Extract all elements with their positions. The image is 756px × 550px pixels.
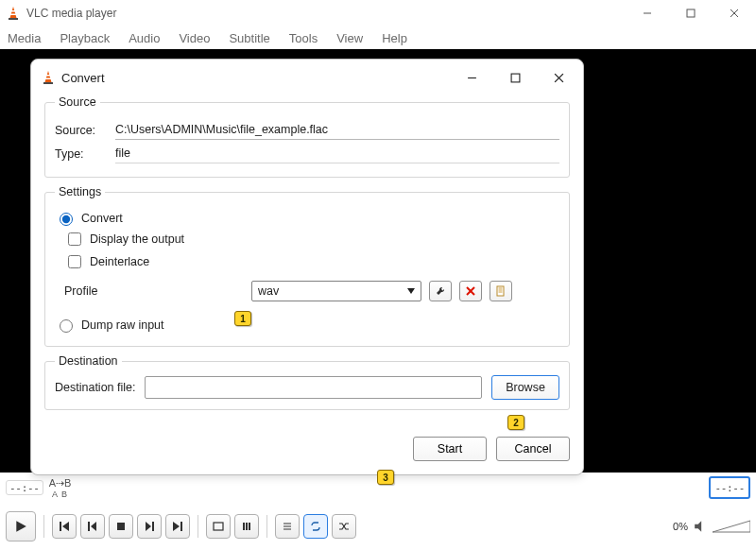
delete-profile-button[interactable] xyxy=(459,281,482,301)
next-button[interactable] xyxy=(137,514,162,539)
svg-marker-26 xyxy=(713,521,750,532)
main-titlebar: VLC media player xyxy=(0,0,756,26)
ext-settings-button[interactable] xyxy=(234,514,259,539)
destination-legend: Destination xyxy=(55,354,122,368)
cancel-button[interactable]: Cancel xyxy=(496,437,570,461)
prev-button[interactable] xyxy=(80,514,105,539)
volume-slider[interactable] xyxy=(713,520,750,533)
menu-view[interactable]: View xyxy=(336,31,363,45)
main-close-button[interactable] xyxy=(713,0,756,26)
svg-marker-8 xyxy=(16,521,26,532)
source-group: Source Source: Type: file xyxy=(44,95,570,178)
deinterlace-checkbox[interactable] xyxy=(68,255,81,268)
loop-button[interactable] xyxy=(303,514,328,539)
new-profile-button[interactable] xyxy=(490,281,512,301)
profile-label: Profile xyxy=(64,284,121,298)
dialog-title: Convert xyxy=(61,71,105,85)
x-red-icon xyxy=(465,285,476,297)
fullscreen-button[interactable] xyxy=(206,514,231,539)
svg-rect-19 xyxy=(243,523,245,530)
speaker-icon xyxy=(694,520,707,533)
svg-rect-1 xyxy=(9,18,18,20)
next-chapter-button[interactable] xyxy=(165,514,190,539)
source-input[interactable] xyxy=(115,120,559,140)
svg-rect-18 xyxy=(214,523,223,530)
dialog-maximize-button[interactable] xyxy=(494,63,536,92)
dump-label: Dump raw input xyxy=(81,318,164,332)
chevron-down-icon xyxy=(407,288,415,294)
destination-file-input[interactable] xyxy=(145,376,482,399)
svg-rect-30 xyxy=(45,78,51,80)
svg-rect-21 xyxy=(249,523,250,530)
start-button[interactable]: Start xyxy=(413,437,487,461)
svg-rect-15 xyxy=(152,522,154,531)
callout-pin-1: 1 xyxy=(234,311,251,326)
settings-group: Settings Convert Display the output Dein… xyxy=(44,185,570,347)
callout-pin-2: 2 xyxy=(507,415,524,430)
settings-legend: Settings xyxy=(55,185,105,198)
svg-rect-20 xyxy=(246,523,248,530)
wrench-icon xyxy=(435,285,446,297)
menu-subtitle[interactable]: Subtitle xyxy=(229,31,269,45)
main-maximize-button[interactable] xyxy=(669,0,713,26)
convert-dialog: Convert Source Source: Type: file Settin… xyxy=(30,59,584,475)
main-title: VLC media player xyxy=(26,7,116,20)
svg-marker-9 xyxy=(62,522,69,531)
svg-marker-35 xyxy=(407,288,415,294)
callout-pin-3: 3 xyxy=(377,470,394,485)
svg-marker-14 xyxy=(146,522,151,531)
vlc-cone-icon xyxy=(41,70,56,85)
svg-rect-5 xyxy=(687,9,695,17)
svg-rect-29 xyxy=(46,75,51,77)
menu-help[interactable]: Help xyxy=(382,31,407,45)
document-icon xyxy=(495,285,507,297)
svg-rect-13 xyxy=(117,523,125,530)
shuffle-button[interactable] xyxy=(332,514,356,539)
browse-button[interactable]: Browse xyxy=(491,375,559,400)
type-label: Type: xyxy=(55,147,108,161)
profile-value: wav xyxy=(258,284,279,298)
play-button[interactable] xyxy=(6,511,36,541)
svg-marker-16 xyxy=(173,522,180,531)
svg-marker-27 xyxy=(45,71,52,82)
time-elapsed: --:-- xyxy=(6,480,43,495)
source-label: Source: xyxy=(55,124,108,137)
source-legend: Source xyxy=(55,95,100,109)
deinterlace-label: Deinterlace xyxy=(90,255,149,268)
svg-marker-25 xyxy=(695,521,701,532)
menu-audio[interactable]: Audio xyxy=(129,31,160,45)
svg-rect-11 xyxy=(88,522,90,531)
menu-video[interactable]: Video xyxy=(179,31,210,45)
convert-label: Convert xyxy=(81,212,123,225)
display-output-checkbox[interactable] xyxy=(68,232,81,246)
menu-playback[interactable]: Playback xyxy=(60,31,110,45)
dump-radio[interactable] xyxy=(60,319,73,333)
svg-rect-2 xyxy=(11,10,16,12)
svg-marker-12 xyxy=(91,522,96,531)
time-total: --:-- xyxy=(714,482,745,494)
prev-chapter-button[interactable] xyxy=(52,514,77,539)
edit-profile-button[interactable] xyxy=(429,281,452,301)
svg-rect-17 xyxy=(180,522,182,531)
time-total-box[interactable]: --:-- xyxy=(709,476,750,499)
dialog-titlebar[interactable]: Convert xyxy=(31,60,583,95)
controls-bar: 0% xyxy=(0,503,756,550)
profile-combo[interactable]: wav xyxy=(251,281,421,301)
destination-file-label: Destination file: xyxy=(55,381,135,394)
svg-rect-28 xyxy=(43,82,53,84)
ab-loop-indicator: A⇢B A B xyxy=(49,477,72,499)
destination-group: Destination Destination file: Browse xyxy=(44,354,570,410)
svg-rect-3 xyxy=(10,14,16,16)
main-menubar: Media Playback Audio Video Subtitle Tool… xyxy=(0,26,756,49)
convert-radio[interactable] xyxy=(60,213,73,226)
vlc-cone-icon xyxy=(6,6,21,21)
main-minimize-button[interactable] xyxy=(626,0,669,26)
dialog-close-button[interactable] xyxy=(538,63,579,92)
menu-tools[interactable]: Tools xyxy=(289,31,318,45)
menu-media[interactable]: Media xyxy=(8,31,41,45)
display-output-label: Display the output xyxy=(90,232,184,246)
dialog-minimize-button[interactable] xyxy=(451,63,492,92)
stop-button[interactable] xyxy=(109,514,133,539)
type-value: file xyxy=(115,144,559,163)
playlist-button[interactable] xyxy=(275,514,300,539)
